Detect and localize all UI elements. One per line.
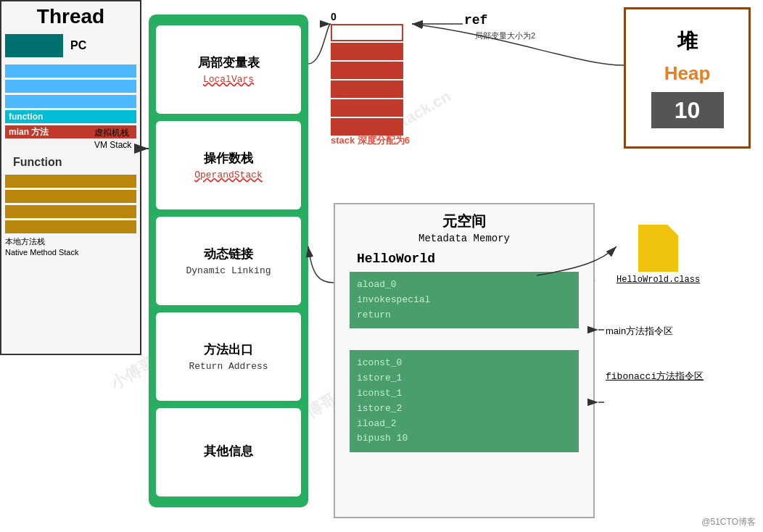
pc-row: PC (5, 34, 136, 57)
thread-box: Thread PC function mian 方法 (0, 0, 141, 355)
vm-stack-frame: 局部变量表 LocalVars 操作数栈 OperandStack 动态链接 D… (149, 14, 308, 507)
stack-row-0 (331, 24, 418, 41)
stack-cell-5 (331, 118, 403, 136)
stack-row-5 (331, 118, 418, 136)
pc-block (5, 34, 63, 57)
thread-title: Thread (5, 5, 136, 28)
metadata-box: 元空间 Metadata Memory HelloWorld aload_0 i… (334, 203, 595, 518)
native-label: 本地方法栈 Native Method Stack (5, 236, 136, 259)
dynamic-zh: 动态链接 (162, 246, 295, 262)
stack-cell-2 (331, 62, 403, 79)
other-info-box: 其他信息 (156, 408, 301, 496)
heap-value: 10 (651, 92, 724, 128)
fib-method-label: fibonacci方法指令区 (606, 370, 704, 383)
meta-title-en: Metadata Memory (342, 233, 586, 244)
code-line-istore2: istore_2 (357, 402, 572, 417)
class-file: HelloWrold.class (616, 225, 700, 285)
heap-title-zh: 堆 (677, 28, 698, 55)
stack-cell-3 (331, 80, 403, 98)
function-label: Function (13, 156, 62, 169)
return-zh: 方法出口 (162, 341, 295, 358)
stack-row-4 (331, 99, 418, 117)
stack-cell-1 (331, 43, 403, 60)
stack-cell-0 (331, 24, 403, 41)
blue-bar-3 (5, 95, 136, 108)
local-vars-box: 局部变量表 LocalVars (156, 25, 301, 114)
gold-bars (5, 175, 136, 233)
stack-visualization: 0 (331, 11, 418, 137)
operand-zh: 操作数栈 (162, 150, 295, 167)
blue-bar-1 (5, 65, 136, 78)
code-line-iconst1: iconst_1 (357, 386, 572, 402)
stack-row-2 (331, 62, 418, 79)
stack-depth-label: stack 深度分配为6 (331, 134, 410, 147)
dynamic-linking-box: 动态链接 Dynamic Linking (156, 217, 301, 305)
stack-row-3 (331, 80, 418, 98)
class-file-name: HelloWrold.class (616, 275, 700, 285)
local-vars-en: LocalVars (162, 74, 295, 85)
gold-bar-2 (5, 190, 136, 203)
code-line-iload2: iload_2 (357, 417, 572, 432)
blue-bar-2 (5, 80, 136, 93)
credit-label: @51CTO博客 (701, 516, 756, 528)
code-line-invoke: invokespecial (357, 293, 572, 308)
heap-title-en: Heap (664, 62, 711, 85)
return-address-box: 方法出口 Return Address (156, 312, 301, 401)
stack-index-0: 0 (331, 11, 418, 22)
stack-row-1 (331, 43, 418, 60)
code-line-bipush: bipush 10 (357, 431, 572, 446)
gold-bar-1 (5, 175, 136, 188)
meta-title-zh: 元空间 (342, 212, 586, 231)
local-vars-zh: 局部变量表 (162, 54, 295, 71)
code-line-iconst0: iconst_0 (357, 356, 572, 371)
code-line-return: return (357, 308, 572, 323)
gold-bar-4 (5, 220, 136, 233)
file-icon (638, 225, 678, 272)
return-en: Return Address (162, 361, 295, 372)
mian-bar-label: mian 方法 (9, 126, 49, 138)
pc-label: PC (70, 39, 86, 52)
vm-stack-label: 虚拟机栈 VM Stack (94, 127, 131, 151)
dynamic-en: Dynamic Linking (162, 265, 295, 276)
ref-label: ref (464, 13, 487, 28)
code-block-1: aload_0 invokespecial return (350, 272, 579, 328)
hello-world-label: HelloWorld (357, 252, 586, 266)
heap-box: 堆 Heap 10 (624, 7, 751, 149)
blue-bar-function: function (5, 110, 136, 123)
main-method-label: main方法指令区 (606, 325, 673, 338)
code-block-2: iconst_0 istore_1 iconst_1 istore_2 iloa… (350, 350, 579, 452)
diagram-container: bugstack.cn bugstack.cn bugstack.cn bugs… (0, 0, 763, 532)
gold-bar-3 (5, 205, 136, 218)
native-stack-section: 本地方法栈 Native Method Stack (5, 175, 136, 259)
local-size-annotation: 局部变量大小为2 (475, 30, 540, 41)
code-line-istore1: istore_1 (357, 371, 572, 386)
stack-cell-4 (331, 99, 403, 117)
other-zh: 其他信息 (162, 443, 295, 460)
operand-stack-box: 操作数栈 OperandStack (156, 121, 301, 209)
code-line-aload: aload_0 (357, 278, 572, 293)
operand-en: OperandStack (162, 170, 295, 180)
function-bar-label: function (9, 112, 43, 122)
